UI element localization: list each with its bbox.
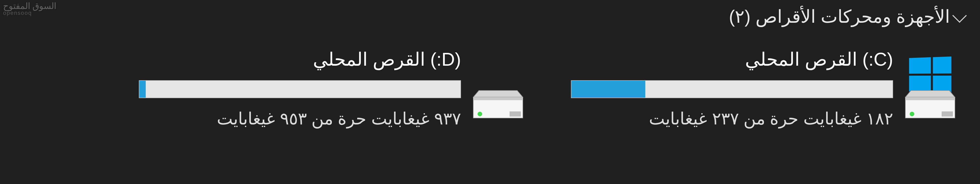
section-header[interactable]: الأجهزة ومحركات الأقراص (٢) xyxy=(729,6,965,27)
drive-item-d[interactable]: (D:) القرص المحلي ٩٣٧ غيغابايت حرة من ٩٥… xyxy=(139,49,525,128)
chevron-down-icon xyxy=(952,8,967,23)
capacity-bar xyxy=(139,80,461,98)
section-title: الأجهزة ومحركات الأقراص (٢) xyxy=(729,6,950,27)
hdd-icon xyxy=(903,89,957,120)
svg-marker-0 xyxy=(905,90,955,97)
drive-freespace: ١٨٢ غيغابايت حرة من ٢٣٧ غيغابايت xyxy=(571,109,893,128)
svg-rect-4 xyxy=(942,111,953,117)
svg-rect-7 xyxy=(473,97,523,100)
hdd-icon xyxy=(471,89,525,120)
svg-point-3 xyxy=(910,112,914,116)
watermark-text: السوق المفتوح opensooq xyxy=(3,2,56,16)
svg-rect-9 xyxy=(509,111,521,117)
drive-icon-d xyxy=(471,67,525,120)
drive-icon-c xyxy=(903,67,957,120)
svg-point-8 xyxy=(477,112,482,116)
drive-label: (C:) القرص المحلي xyxy=(571,49,893,70)
drive-label: (D:) القرص المحلي xyxy=(139,49,461,70)
capacity-fill xyxy=(139,81,146,98)
capacity-fill xyxy=(571,81,645,98)
drive-freespace: ٩٣٧ غيغابايت حرة من ٩٥٣ غيغابايت xyxy=(139,109,461,128)
capacity-bar xyxy=(571,80,893,98)
svg-rect-2 xyxy=(905,97,955,100)
drives-container: (C:) القرص المحلي ١٨٢ غيغابايت حرة من ٢٣… xyxy=(139,49,957,128)
svg-marker-5 xyxy=(473,90,523,97)
drive-item-c[interactable]: (C:) القرص المحلي ١٨٢ غيغابايت حرة من ٢٣… xyxy=(571,49,957,128)
